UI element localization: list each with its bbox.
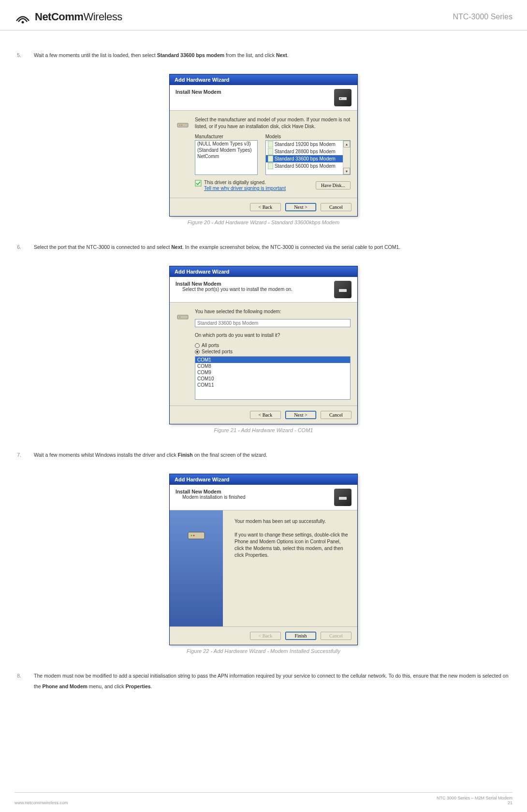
- list-item-selected[interactable]: COM1: [195, 357, 350, 363]
- cancel-button: Cancel: [321, 632, 351, 640]
- list-item[interactable]: Standard 56000 bps Modem: [266, 162, 350, 170]
- modem-icon: [176, 308, 190, 322]
- back-button[interactable]: < Back: [250, 411, 281, 419]
- step-5: 5. Wait a few moments until the list is …: [15, 50, 512, 60]
- dialog-body: Your modem has been set up successfully.…: [170, 510, 357, 626]
- radio-icon: [195, 343, 200, 348]
- scroll-down-icon[interactable]: ▼: [343, 168, 350, 174]
- dialog-body: Select the manufacturer and model of you…: [170, 111, 357, 198]
- step-text: Wait a few moments whilst Windows instal…: [34, 450, 267, 460]
- models-listbox[interactable]: Standard 19200 bps Modem Standard 28800 …: [265, 140, 351, 175]
- cancel-button[interactable]: Cancel: [321, 411, 351, 419]
- svg-rect-2: [340, 98, 341, 99]
- manufacturer-label: Manufacturer: [195, 134, 261, 139]
- svg-point-5: [181, 125, 182, 126]
- dialog-footer: < Back Next > Cancel: [170, 406, 357, 424]
- dialog-heading: Install New Modem: [176, 489, 246, 494]
- figure-22: Add Hardware Wizard Install New Modem Mo…: [15, 474, 512, 654]
- step-text: The modem must now be modified to add a …: [34, 670, 512, 692]
- all-ports-radio[interactable]: All ports: [195, 343, 351, 348]
- selected-ports-radio[interactable]: Selected ports: [195, 349, 351, 354]
- list-item-selected[interactable]: Standard 33600 bps Modem: [266, 155, 350, 162]
- modem-header-icon: [334, 281, 351, 298]
- figure-21: Add Hardware Wizard Install New Modem Se…: [15, 266, 512, 433]
- brand-text: NetCommWireless: [35, 11, 122, 23]
- list-item[interactable]: COM11: [195, 382, 350, 388]
- page-footer: www.netcommwireless.com NTC 3000 Series …: [15, 792, 512, 805]
- page-content: 5. Wait a few moments until the list is …: [0, 30, 527, 692]
- step-6: 6. Select the port that the NTC-3000 is …: [15, 242, 512, 252]
- dialog-footer: < Back Next > Cancel: [170, 198, 357, 216]
- figure-caption: Figure 21 - Add Hardware Wizard - COM1: [15, 427, 512, 433]
- ports-listbox[interactable]: COM1 COM8 COM9 COM10 COM11: [195, 356, 351, 400]
- next-button[interactable]: Next >: [285, 203, 316, 211]
- page-number: 21: [437, 800, 512, 805]
- svg-rect-12: [177, 315, 188, 319]
- list-item[interactable]: (Standard Modem Types): [195, 147, 257, 153]
- modem-item-icon: [268, 163, 273, 169]
- signed-cert-icon: [195, 180, 202, 187]
- finish-button[interactable]: Finish: [285, 632, 316, 640]
- page-header: NetCommWireless NTC-3000 Series: [0, 0, 527, 30]
- cancel-button[interactable]: Cancel: [321, 203, 351, 211]
- svg-rect-6: [268, 141, 273, 147]
- modem-header-icon: [334, 89, 351, 106]
- body-side-icon: [176, 116, 190, 192]
- step-text: Wait a few moments until the list is loa…: [34, 50, 289, 60]
- list-item[interactable]: COM9: [195, 369, 350, 376]
- svg-rect-14: [339, 497, 347, 500]
- scrollbar[interactable]: ▲ ▼: [343, 141, 350, 174]
- instruction-text: Select the manufacturer and model of you…: [195, 116, 351, 130]
- instruction-text: If you want to change these settings, do…: [234, 532, 351, 559]
- dialog-subtitle: Modem installation is finished: [176, 494, 246, 500]
- models-label: Models: [265, 134, 351, 139]
- dialog-header: Install New Modem: [170, 85, 357, 111]
- modem-header-icon: [334, 489, 351, 506]
- modem-item-icon: [268, 141, 273, 147]
- list-item[interactable]: Standard 28800 bps Modem: [266, 148, 350, 155]
- list-item[interactable]: COM10: [195, 376, 350, 382]
- have-disk-button[interactable]: Have Disk...: [316, 181, 351, 189]
- list-item[interactable]: Standard 19200 bps Modem: [266, 141, 350, 148]
- brand-logo: NetCommWireless: [15, 9, 122, 25]
- dialog-header: Install New Modem Modem installation is …: [170, 485, 357, 510]
- svg-point-17: [193, 535, 195, 536]
- series-title: NTC-3000 Series: [453, 13, 512, 21]
- dialog-header: Install New Modem Select the port(s) you…: [170, 277, 357, 303]
- svg-rect-15: [188, 532, 205, 539]
- list-item[interactable]: (NULL Modem Types v3): [195, 141, 257, 147]
- dialog-titlebar: Add Hardware Wizard: [170, 266, 357, 277]
- scroll-up-icon[interactable]: ▲: [343, 141, 350, 147]
- svg-point-16: [191, 535, 192, 536]
- next-button[interactable]: Next >: [285, 411, 316, 419]
- why-signing-link[interactable]: Tell me why driver signing is important: [204, 186, 286, 191]
- driver-signed-row: This driver is digitally signed. Tell me…: [195, 180, 286, 191]
- step-number: 7.: [15, 450, 21, 460]
- back-button: < Back: [250, 632, 281, 640]
- list-item[interactable]: NetComm: [195, 153, 257, 160]
- footer-product: NTC 3000 Series – M2M Serial Modem: [437, 796, 512, 800]
- selected-modem-label: You have selected the following modem:: [195, 308, 351, 315]
- svg-point-13: [179, 317, 180, 318]
- netcomm-wifi-icon: [15, 9, 31, 25]
- svg-rect-9: [268, 163, 273, 169]
- step-number: 5.: [15, 50, 21, 60]
- modem-icon: [184, 520, 208, 544]
- radio-checked-icon: [195, 349, 200, 354]
- svg-rect-3: [177, 123, 188, 127]
- modem-item-icon: [268, 156, 273, 162]
- wizard-sidebar-graphic: [170, 510, 223, 626]
- svg-point-4: [179, 125, 180, 126]
- add-hardware-wizard-dialog: Add Hardware Wizard Install New Modem Se…: [169, 266, 358, 424]
- dialog-titlebar: Add Hardware Wizard: [170, 474, 357, 485]
- dialog-footer: < Back Finish Cancel: [170, 626, 357, 645]
- which-ports-label: On which ports do you want to install it…: [195, 332, 351, 339]
- manufacturer-listbox[interactable]: (NULL Modem Types v3) (Standard Modem Ty…: [195, 140, 258, 175]
- modem-icon: [176, 116, 190, 130]
- list-item[interactable]: COM8: [195, 363, 350, 369]
- back-button[interactable]: < Back: [250, 203, 281, 211]
- figure-caption: Figure 20 - Add Hardware Wizard - Standa…: [15, 219, 512, 225]
- success-text: Your modem has been set up successfully.: [234, 518, 351, 525]
- step-number: 6.: [15, 242, 21, 252]
- dialog-heading: Install New Modem: [176, 89, 221, 95]
